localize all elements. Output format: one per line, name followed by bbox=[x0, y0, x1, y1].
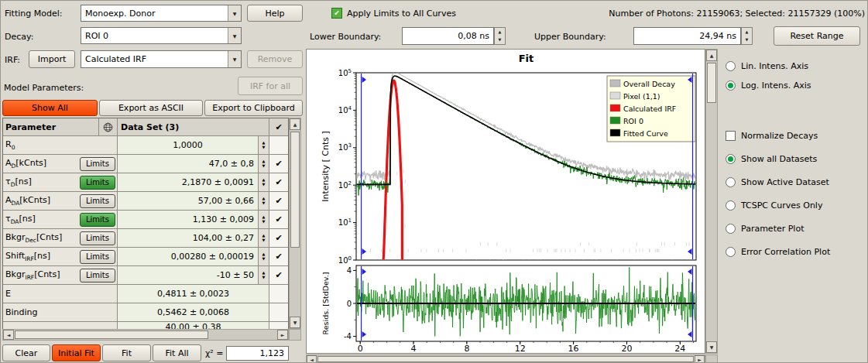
chart-horizontal-scrollbar[interactable]: ◄ ► bbox=[306, 354, 705, 363]
scroll-left-icon[interactable]: ◄ bbox=[3, 330, 14, 340]
scrollbar-thumb[interactable] bbox=[317, 356, 694, 362]
radio-icon[interactable] bbox=[726, 177, 736, 187]
parameter-value[interactable]: 0,00280 ± 0,00019 bbox=[118, 248, 259, 265]
irf-for-all-button[interactable]: IRF for all bbox=[238, 77, 303, 95]
checkbox-icon[interactable] bbox=[726, 131, 736, 141]
spinner-down-icon[interactable]: ▼ bbox=[262, 146, 266, 150]
irf-select[interactable]: Calculated IRF ▼ bbox=[81, 50, 242, 68]
globe-icon[interactable] bbox=[99, 118, 118, 135]
scroll-up-icon[interactable]: ▲ bbox=[706, 50, 717, 61]
spinner-down-icon[interactable]: ▼ bbox=[262, 238, 266, 243]
chart-vertical-scrollbar[interactable]: ▲ ▼ bbox=[705, 49, 718, 354]
scroll-right-icon[interactable]: ► bbox=[277, 330, 288, 340]
parameter-value[interactable]: 0,5462 ± 0,0068 bbox=[118, 303, 269, 321]
option-show-all-datasets[interactable]: Show all Datasets bbox=[726, 152, 817, 166]
option-error-correlation-plot[interactable]: Error Correlation Plot bbox=[726, 245, 830, 259]
limits-button[interactable]: Limits bbox=[80, 269, 115, 283]
fitting-model-select[interactable]: Monoexp. Donor ▼ bbox=[81, 5, 242, 22]
spinner-down-icon[interactable]: ▼ bbox=[262, 183, 266, 187]
upper-boundary-input[interactable]: 24,94 ns bbox=[633, 27, 741, 45]
limits-button[interactable]: Limits bbox=[80, 213, 115, 227]
spinner-up-icon[interactable]: ▲ bbox=[495, 28, 505, 36]
spinner-down-icon[interactable]: ▼ bbox=[262, 220, 266, 224]
fit-parameter-checkbox[interactable]: ✔ bbox=[269, 266, 288, 284]
parameter-value[interactable]: -10 ± 50 bbox=[118, 266, 259, 284]
value-spinner[interactable]: ▲▼ bbox=[259, 229, 269, 247]
radio-icon[interactable] bbox=[726, 80, 736, 91]
parameter-value[interactable]: 1,130 ± 0,009 bbox=[118, 211, 259, 228]
option-lin-intens-axis[interactable]: Lin. Intens. Axis bbox=[726, 60, 808, 73]
limits-button[interactable]: Limits bbox=[80, 176, 115, 190]
radio-icon[interactable] bbox=[726, 61, 736, 71]
scroll-down-icon[interactable]: ▼ bbox=[290, 317, 300, 328]
spinner-down-icon[interactable]: ▼ bbox=[742, 36, 752, 45]
value-spinner[interactable]: ▲▼ bbox=[259, 155, 269, 173]
fit-parameter-checkbox[interactable]: ✔ bbox=[269, 173, 288, 191]
scroll-left-icon[interactable]: ◄ bbox=[307, 355, 317, 363]
parameter-value[interactable]: 47,0 ± 0,8 bbox=[118, 155, 259, 173]
value-spinner[interactable]: ▲▼ bbox=[259, 266, 269, 284]
parameter-value[interactable]: 57,00 ± 0,66 bbox=[118, 192, 259, 210]
help-button[interactable]: Help bbox=[247, 5, 303, 22]
limits-button[interactable]: Limits bbox=[80, 157, 115, 171]
fit-chart[interactable]: 1001011021031041050481216202440-4Overall… bbox=[307, 50, 705, 353]
clear-button[interactable]: Clear bbox=[2, 344, 50, 361]
option-log-intens-axis[interactable]: Log. Intens. Axis bbox=[726, 79, 811, 92]
value-spinner[interactable]: ▲▼ bbox=[259, 173, 269, 191]
export-clipboard-button[interactable]: Export to Clipboard bbox=[204, 100, 303, 116]
fit-parameter-checkbox[interactable] bbox=[269, 303, 288, 321]
dropdown-arrow-icon[interactable]: ▼ bbox=[228, 51, 241, 67]
spinner-down-icon[interactable]: ▼ bbox=[262, 276, 266, 280]
scrollbar-thumb[interactable] bbox=[15, 330, 208, 339]
export-ascii-button[interactable]: Export as ASCII bbox=[99, 100, 203, 116]
value-spinner[interactable]: ▲▼ bbox=[259, 248, 269, 265]
fit-button[interactable]: Fit bbox=[102, 344, 151, 361]
scrollbar-thumb[interactable] bbox=[707, 63, 716, 103]
dropdown-arrow-icon[interactable]: ▼ bbox=[228, 28, 241, 43]
fit-parameter-checkbox[interactable]: ✔ bbox=[269, 248, 288, 265]
irf-remove-button[interactable]: Remove bbox=[247, 50, 303, 68]
fit-parameter-checkbox[interactable] bbox=[269, 285, 288, 303]
lower-boundary-spinner[interactable]: ▲ ▼ bbox=[494, 27, 506, 45]
fit-parameter-checkbox[interactable]: ✔ bbox=[269, 211, 288, 228]
initial-fit-button[interactable]: Initial Fit bbox=[52, 344, 101, 361]
fit-parameter-checkbox[interactable] bbox=[269, 136, 288, 154]
fit-all-button[interactable]: Fit All bbox=[153, 344, 201, 361]
fit-chart-panel[interactable]: 1001011021031041050481216202440-4Overall… bbox=[306, 49, 705, 354]
fit-parameter-checkbox[interactable]: ✔ bbox=[269, 192, 288, 210]
reset-range-button[interactable]: Reset Range bbox=[774, 26, 860, 46]
limits-button[interactable]: Limits bbox=[80, 194, 115, 208]
value-spinner[interactable]: ▲▼ bbox=[259, 211, 269, 228]
parameter-value[interactable]: 40,00 ± 0,38 bbox=[118, 322, 269, 329]
table-vertical-scrollbar[interactable]: ▲ ▼ bbox=[289, 118, 301, 329]
scroll-right-icon[interactable]: ► bbox=[695, 355, 705, 363]
show-all-button[interactable]: Show All bbox=[2, 100, 98, 116]
apply-limits-checkbox[interactable]: ✔ bbox=[331, 8, 342, 19]
parameter-value[interactable]: 104,00 ± 0,27 bbox=[118, 229, 259, 247]
option-parameter-plot[interactable]: Parameter Plot bbox=[726, 222, 804, 235]
option-show-active-dataset[interactable]: Show Active Dataset bbox=[726, 176, 829, 189]
parameter-value[interactable]: 1,0000 bbox=[118, 136, 259, 154]
parameter-value[interactable]: 0,4811 ± 0,0023 bbox=[118, 285, 269, 303]
upper-boundary-spinner[interactable]: ▲ ▼ bbox=[741, 27, 753, 45]
spinner-down-icon[interactable]: ▼ bbox=[262, 257, 266, 262]
fit-parameter-checkbox[interactable]: ✔ bbox=[269, 155, 288, 173]
scrollbar-thumb[interactable] bbox=[290, 132, 300, 248]
limits-button[interactable]: Limits bbox=[80, 231, 115, 245]
radio-icon[interactable] bbox=[726, 224, 736, 234]
radio-icon[interactable] bbox=[726, 154, 736, 164]
option-tcspc-curves-only[interactable]: TCSPC Curves Only bbox=[726, 199, 822, 212]
value-spinner[interactable]: ▲▼ bbox=[259, 192, 269, 210]
parameter-value[interactable]: 2,1870 ± 0,0091 bbox=[118, 173, 259, 191]
fit-parameter-checkbox[interactable] bbox=[269, 322, 288, 329]
radio-icon[interactable] bbox=[726, 200, 736, 211]
dropdown-arrow-icon[interactable]: ▼ bbox=[228, 5, 241, 21]
spinner-down-icon[interactable]: ▼ bbox=[262, 201, 266, 206]
decay-select[interactable]: ROI 0 ▼ bbox=[81, 27, 242, 44]
scroll-down-icon[interactable]: ▼ bbox=[706, 341, 717, 353]
option-normalize-decays[interactable]: Normalize Decays bbox=[726, 129, 818, 142]
spinner-down-icon[interactable]: ▼ bbox=[262, 164, 266, 169]
spinner-down-icon[interactable]: ▼ bbox=[495, 36, 505, 45]
radio-icon[interactable] bbox=[726, 247, 736, 257]
fit-parameter-checkbox[interactable]: ✔ bbox=[269, 229, 288, 247]
